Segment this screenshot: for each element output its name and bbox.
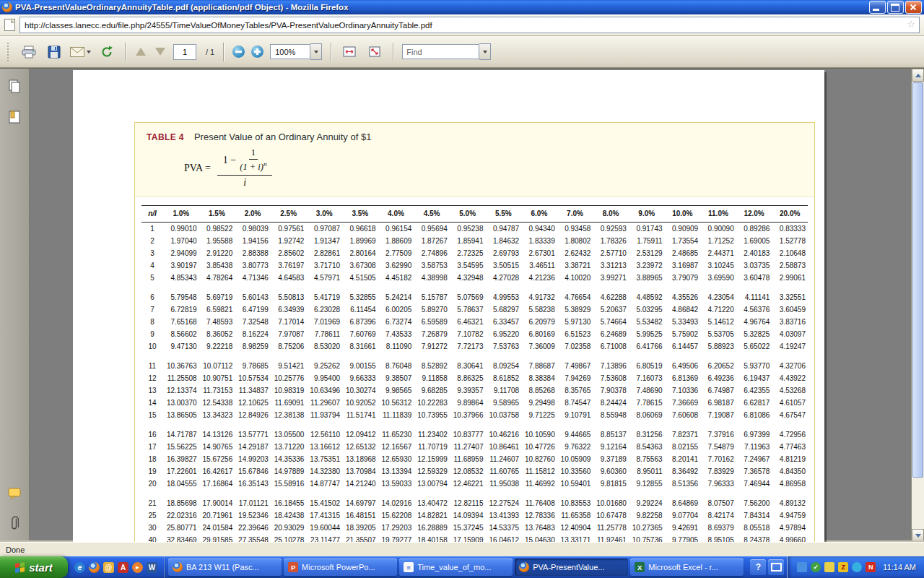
previous-page-icon[interactable] [136, 48, 146, 56]
scroll-up-icon[interactable] [912, 69, 924, 82]
table-cell: 4.23054 [700, 291, 736, 303]
zonealarm-icon[interactable]: Z [838, 562, 848, 572]
acrobat-icon[interactable]: A [118, 562, 128, 573]
find-dropdown-button[interactable] [479, 43, 491, 60]
table-cell: 1.91347 [306, 235, 342, 247]
table-cell: 0.92593 [593, 223, 629, 236]
toolbar-separator [125, 43, 126, 61]
table-cell: 16.28889 [414, 522, 450, 534]
table-cell: 14.53375 [485, 522, 521, 534]
next-page-icon[interactable] [155, 48, 165, 56]
table-cell: 13.75351 [306, 453, 342, 465]
close-button[interactable] [905, 1, 922, 14]
table-cell: 18.39205 [342, 522, 378, 534]
table-cell: 8.56602 [163, 328, 199, 340]
table-cell: 9.12164 [593, 441, 629, 453]
table-cell: 4 [141, 259, 163, 272]
table-cell: 2.85602 [271, 247, 307, 259]
table-cell: 11.92461 [593, 534, 629, 542]
internet-explorer-icon[interactable]: e [74, 562, 85, 573]
column-header: 4.0% [378, 206, 414, 223]
table-cell: 19 [141, 465, 163, 478]
fit-width-icon[interactable] [340, 41, 359, 63]
taskbar-window-button[interactable]: PVA-PresentValue... [515, 558, 628, 576]
table-cell: 0.97561 [271, 223, 307, 236]
zoom-out-button[interactable] [232, 46, 245, 58]
messenger-icon[interactable] [852, 562, 862, 572]
column-header: 8.0% [593, 206, 629, 223]
refresh-icon[interactable] [97, 41, 116, 63]
table-cell: 11.60765 [485, 465, 521, 478]
taskbar-window-button[interactable]: BA 213 W11 (Pasc... [168, 558, 282, 576]
network-icon[interactable] [797, 562, 807, 572]
start-button[interactable]: start [0, 556, 68, 578]
zoom-dropdown-button[interactable] [310, 43, 322, 60]
table-cell: 5.53482 [629, 316, 665, 328]
table-cell: 10.75736 [629, 534, 665, 542]
table-cell: 2.62432 [557, 247, 593, 259]
table-cell: 7.84314 [736, 509, 772, 522]
email-dropdown-icon[interactable] [87, 51, 91, 53]
table-cell: 3.69590 [700, 272, 736, 284]
zoom-in-button[interactable] [251, 46, 263, 58]
page-number-input[interactable] [173, 44, 196, 60]
table-cell: 7.70162 [700, 453, 736, 465]
comments-panel-icon[interactable] [4, 484, 25, 503]
display-button[interactable] [768, 559, 784, 575]
table-cell: 6 [141, 291, 163, 303]
pdf-toolbar: / 1 100% [0, 36, 924, 68]
maximize-button[interactable] [887, 1, 904, 14]
vertical-scrollbar[interactable] [911, 69, 924, 542]
table-row: 1816.3982715.6725614.9920314.3533613.753… [141, 453, 808, 465]
table-cell: 4.89132 [772, 497, 808, 509]
table-cell: 2.53129 [629, 247, 665, 259]
norton-icon[interactable]: N [866, 562, 876, 572]
firefox-icon [2, 2, 12, 12]
scrollbar-thumb[interactable] [912, 82, 923, 478]
pages-panel-icon[interactable] [4, 77, 25, 96]
document-icon: ≡ [404, 562, 414, 572]
taskbar-window-button[interactable]: XMicrosoft Excel - r... [630, 558, 744, 576]
print-icon[interactable] [19, 41, 38, 63]
shield-icon[interactable]: ✓ [811, 562, 821, 572]
table-cell: 6.19437 [736, 372, 772, 384]
minimize-button[interactable] [869, 1, 886, 14]
table-cell: 5.03295 [629, 303, 665, 316]
table-cell: 4.45182 [378, 272, 414, 284]
firefox-icon[interactable] [89, 562, 100, 573]
table-cell: 10.22283 [414, 397, 450, 409]
scroll-down-icon[interactable] [912, 529, 924, 542]
table-cell: 4.32706 [772, 360, 808, 372]
find-input[interactable] [402, 44, 479, 59]
table-cell: 6.00205 [378, 303, 414, 316]
scrollbar-track[interactable] [912, 478, 924, 529]
email-icon[interactable]: @ [103, 562, 114, 573]
table-cell: 8.76048 [378, 360, 414, 372]
taskbar-window-button[interactable]: PMicrosoft PowerPo... [284, 558, 397, 576]
table-cell: 4.61057 [772, 397, 808, 409]
pdf-sidebar [0, 69, 30, 542]
taskbar-window-button[interactable]: ≡Time_value_of_mo... [399, 558, 513, 576]
media-player-icon[interactable]: ► [132, 562, 143, 573]
table-cell: 4.19247 [772, 340, 808, 353]
table-cell: 10.56312 [378, 397, 414, 409]
bookmark-star-icon[interactable]: ☆ [907, 19, 915, 30]
attachments-panel-icon[interactable] [4, 514, 25, 533]
fit-page-icon[interactable] [365, 41, 384, 63]
email-icon[interactable] [70, 41, 91, 63]
help-button[interactable]: ? [750, 559, 766, 575]
save-icon[interactable] [45, 41, 64, 63]
table-cell: 9.77905 [665, 534, 701, 542]
volume-icon[interactable] [824, 562, 834, 572]
table-cell: 3.88965 [629, 272, 665, 284]
start-label: start [29, 561, 53, 574]
bookmarks-panel-icon[interactable] [4, 108, 25, 126]
word-icon[interactable]: W [147, 562, 157, 573]
table-cell: 11.29607 [306, 397, 342, 409]
table-cell: 8.07507 [700, 497, 736, 509]
zoom-level-value[interactable]: 100% [270, 44, 310, 59]
url-input[interactable] [19, 17, 920, 33]
table-cell: 1.97040 [163, 235, 199, 247]
table-cell: 6.47199 [235, 303, 271, 316]
table-cell: 1.85941 [450, 235, 486, 247]
